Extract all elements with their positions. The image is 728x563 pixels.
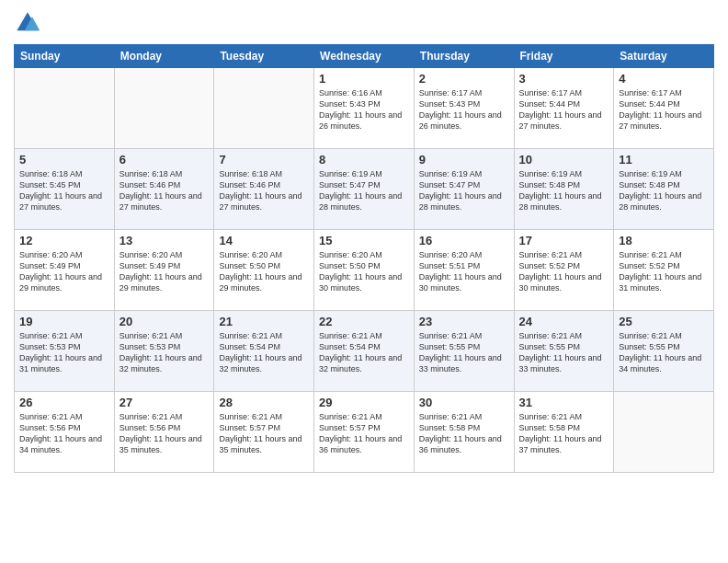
- day-info: Sunrise: 6:21 AM Sunset: 5:55 PM Dayligh…: [419, 330, 509, 375]
- calendar-cell: 30Sunrise: 6:21 AM Sunset: 5:58 PM Dayli…: [414, 392, 514, 473]
- day-number: 20: [119, 315, 210, 328]
- day-info: Sunrise: 6:20 AM Sunset: 5:51 PM Dayligh…: [419, 249, 509, 294]
- weekday-header-saturday: Saturday: [614, 45, 714, 68]
- calendar-cell: [214, 68, 314, 149]
- day-number: 11: [619, 153, 709, 167]
- calendar-cell: 3Sunrise: 6:17 AM Sunset: 5:44 PM Daylig…: [514, 68, 614, 149]
- calendar-cell: 28Sunrise: 6:21 AM Sunset: 5:57 PM Dayli…: [214, 392, 314, 473]
- day-info: Sunrise: 6:19 AM Sunset: 5:48 PM Dayligh…: [619, 168, 709, 213]
- calendar-cell: 13Sunrise: 6:20 AM Sunset: 5:49 PM Dayli…: [114, 230, 214, 311]
- day-number: 15: [319, 234, 409, 247]
- day-info: Sunrise: 6:21 AM Sunset: 5:56 PM Dayligh…: [119, 411, 210, 456]
- day-number: 10: [519, 153, 609, 167]
- weekday-header-sunday: Sunday: [15, 45, 115, 68]
- calendar-cell: 7Sunrise: 6:18 AM Sunset: 5:46 PM Daylig…: [214, 149, 314, 230]
- calendar-cell: 10Sunrise: 6:19 AM Sunset: 5:48 PM Dayli…: [514, 149, 614, 230]
- day-info: Sunrise: 6:17 AM Sunset: 5:44 PM Dayligh…: [619, 87, 709, 132]
- calendar-cell: 23Sunrise: 6:21 AM Sunset: 5:55 PM Dayli…: [414, 311, 514, 392]
- calendar-week-row: 1Sunrise: 6:16 AM Sunset: 5:43 PM Daylig…: [15, 68, 714, 149]
- day-info: Sunrise: 6:20 AM Sunset: 5:49 PM Dayligh…: [19, 249, 109, 294]
- day-number: 1: [319, 72, 409, 86]
- day-number: 21: [219, 315, 309, 328]
- day-info: Sunrise: 6:21 AM Sunset: 5:53 PM Dayligh…: [119, 330, 210, 375]
- day-info: Sunrise: 6:17 AM Sunset: 5:44 PM Dayligh…: [519, 87, 609, 132]
- page: SundayMondayTuesdayWednesdayThursdayFrid…: [0, 0, 728, 563]
- calendar-cell: 1Sunrise: 6:16 AM Sunset: 5:43 PM Daylig…: [314, 68, 415, 149]
- weekday-header-tuesday: Tuesday: [214, 45, 314, 68]
- calendar-cell: 20Sunrise: 6:21 AM Sunset: 5:53 PM Dayli…: [114, 311, 214, 392]
- day-number: 18: [619, 234, 709, 247]
- day-info: Sunrise: 6:21 AM Sunset: 5:53 PM Dayligh…: [19, 330, 109, 375]
- header: [14, 9, 714, 37]
- day-info: Sunrise: 6:16 AM Sunset: 5:43 PM Dayligh…: [319, 87, 409, 132]
- weekday-header-row: SundayMondayTuesdayWednesdayThursdayFrid…: [15, 45, 714, 68]
- day-info: Sunrise: 6:21 AM Sunset: 5:54 PM Dayligh…: [319, 330, 409, 375]
- calendar-cell: 31Sunrise: 6:21 AM Sunset: 5:58 PM Dayli…: [514, 392, 614, 473]
- day-info: Sunrise: 6:19 AM Sunset: 5:48 PM Dayligh…: [519, 168, 609, 213]
- calendar-cell: 11Sunrise: 6:19 AM Sunset: 5:48 PM Dayli…: [614, 149, 714, 230]
- day-number: 26: [19, 396, 109, 409]
- calendar-cell: 14Sunrise: 6:20 AM Sunset: 5:50 PM Dayli…: [214, 230, 314, 311]
- day-number: 22: [319, 315, 409, 328]
- day-number: 23: [419, 315, 509, 328]
- calendar-cell: [15, 68, 115, 149]
- calendar-cell: 26Sunrise: 6:21 AM Sunset: 5:56 PM Dayli…: [15, 392, 115, 473]
- calendar-cell: 29Sunrise: 6:21 AM Sunset: 5:57 PM Dayli…: [314, 392, 415, 473]
- day-number: 2: [419, 72, 509, 86]
- day-info: Sunrise: 6:21 AM Sunset: 5:57 PM Dayligh…: [319, 411, 409, 456]
- calendar-cell: 12Sunrise: 6:20 AM Sunset: 5:49 PM Dayli…: [15, 230, 115, 311]
- day-info: Sunrise: 6:20 AM Sunset: 5:50 PM Dayligh…: [219, 249, 309, 294]
- calendar-cell: 6Sunrise: 6:18 AM Sunset: 5:46 PM Daylig…: [114, 149, 214, 230]
- calendar-week-row: 19Sunrise: 6:21 AM Sunset: 5:53 PM Dayli…: [15, 311, 714, 392]
- day-info: Sunrise: 6:21 AM Sunset: 5:54 PM Dayligh…: [219, 330, 309, 375]
- calendar-cell: 17Sunrise: 6:21 AM Sunset: 5:52 PM Dayli…: [514, 230, 614, 311]
- day-info: Sunrise: 6:19 AM Sunset: 5:47 PM Dayligh…: [319, 168, 409, 213]
- calendar-cell: 5Sunrise: 6:18 AM Sunset: 5:45 PM Daylig…: [15, 149, 115, 230]
- day-info: Sunrise: 6:21 AM Sunset: 5:55 PM Dayligh…: [619, 330, 709, 375]
- day-number: 25: [619, 315, 709, 328]
- day-info: Sunrise: 6:21 AM Sunset: 5:52 PM Dayligh…: [519, 249, 609, 294]
- day-info: Sunrise: 6:20 AM Sunset: 5:49 PM Dayligh…: [119, 249, 210, 294]
- day-info: Sunrise: 6:20 AM Sunset: 5:50 PM Dayligh…: [319, 249, 409, 294]
- calendar-cell: 2Sunrise: 6:17 AM Sunset: 5:43 PM Daylig…: [414, 68, 514, 149]
- day-info: Sunrise: 6:18 AM Sunset: 5:45 PM Dayligh…: [19, 168, 109, 213]
- day-info: Sunrise: 6:18 AM Sunset: 5:46 PM Dayligh…: [219, 168, 309, 213]
- day-number: 30: [419, 396, 509, 409]
- day-number: 28: [219, 396, 309, 409]
- day-number: 5: [19, 153, 109, 167]
- weekday-header-thursday: Thursday: [414, 45, 514, 68]
- day-info: Sunrise: 6:19 AM Sunset: 5:47 PM Dayligh…: [419, 168, 509, 213]
- day-info: Sunrise: 6:21 AM Sunset: 5:55 PM Dayligh…: [519, 330, 609, 375]
- day-info: Sunrise: 6:18 AM Sunset: 5:46 PM Dayligh…: [119, 168, 210, 213]
- calendar-cell: 15Sunrise: 6:20 AM Sunset: 5:50 PM Dayli…: [314, 230, 415, 311]
- day-number: 8: [319, 153, 409, 167]
- weekday-header-friday: Friday: [514, 45, 614, 68]
- day-info: Sunrise: 6:21 AM Sunset: 5:52 PM Dayligh…: [619, 249, 709, 294]
- calendar-week-row: 12Sunrise: 6:20 AM Sunset: 5:49 PM Dayli…: [15, 230, 714, 311]
- calendar-cell: 24Sunrise: 6:21 AM Sunset: 5:55 PM Dayli…: [514, 311, 614, 392]
- day-number: 4: [619, 72, 709, 86]
- calendar-cell: 22Sunrise: 6:21 AM Sunset: 5:54 PM Dayli…: [314, 311, 415, 392]
- calendar-cell: 9Sunrise: 6:19 AM Sunset: 5:47 PM Daylig…: [414, 149, 514, 230]
- weekday-header-wednesday: Wednesday: [314, 45, 415, 68]
- calendar-table: SundayMondayTuesdayWednesdayThursdayFrid…: [14, 44, 714, 473]
- day-number: 29: [319, 396, 409, 409]
- day-number: 17: [519, 234, 609, 247]
- day-number: 13: [119, 234, 210, 247]
- calendar-cell: 4Sunrise: 6:17 AM Sunset: 5:44 PM Daylig…: [614, 68, 714, 149]
- day-info: Sunrise: 6:21 AM Sunset: 5:56 PM Dayligh…: [19, 411, 109, 456]
- day-number: 31: [519, 396, 609, 409]
- calendar-cell: 27Sunrise: 6:21 AM Sunset: 5:56 PM Dayli…: [114, 392, 214, 473]
- weekday-header-monday: Monday: [114, 45, 214, 68]
- logo-icon: [14, 9, 41, 37]
- calendar-cell: 18Sunrise: 6:21 AM Sunset: 5:52 PM Dayli…: [614, 230, 714, 311]
- calendar-cell: 19Sunrise: 6:21 AM Sunset: 5:53 PM Dayli…: [15, 311, 115, 392]
- calendar-week-row: 26Sunrise: 6:21 AM Sunset: 5:56 PM Dayli…: [15, 392, 714, 473]
- calendar-cell: 8Sunrise: 6:19 AM Sunset: 5:47 PM Daylig…: [314, 149, 415, 230]
- calendar-cell: 21Sunrise: 6:21 AM Sunset: 5:54 PM Dayli…: [214, 311, 314, 392]
- calendar-cell: 25Sunrise: 6:21 AM Sunset: 5:55 PM Dayli…: [614, 311, 714, 392]
- day-number: 7: [219, 153, 309, 167]
- calendar-cell: [114, 68, 214, 149]
- logo: [14, 9, 45, 37]
- calendar-week-row: 5Sunrise: 6:18 AM Sunset: 5:45 PM Daylig…: [15, 149, 714, 230]
